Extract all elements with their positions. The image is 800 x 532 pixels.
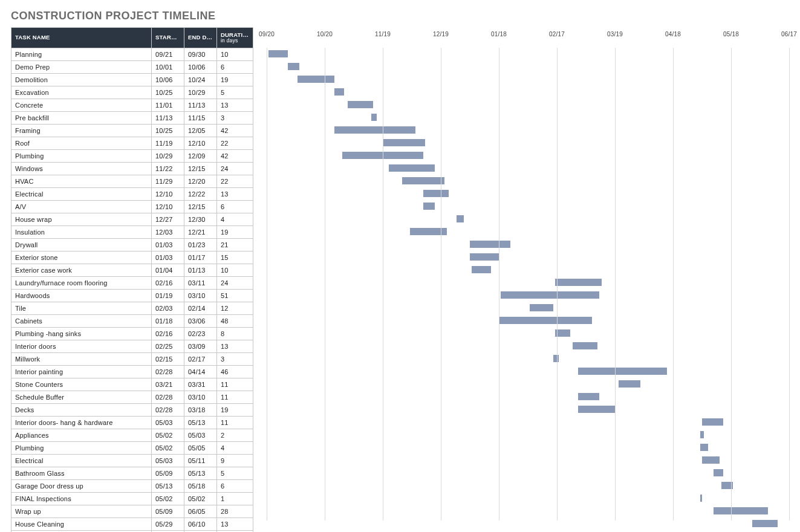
table-row: Appliances05/0205/032 <box>11 429 253 442</box>
cell-start: 01/03 <box>152 239 184 251</box>
gantt-bar <box>578 393 599 400</box>
cell-start: 05/03 <box>152 417 184 429</box>
table-row: Bathroom Glass05/0905/135 <box>11 467 253 480</box>
cell-duration: 6 <box>217 480 253 493</box>
gantt-bar <box>470 241 510 248</box>
cell-task-name: Insulation <box>11 226 152 239</box>
gantt-bar <box>573 342 598 349</box>
cell-task-name: Roof <box>11 137 152 150</box>
table-row: Laundry/furnace room flooring02/1603/112… <box>11 277 253 290</box>
cell-start: 05/02 <box>152 493 184 505</box>
cell-end: 12/09 <box>184 150 217 163</box>
cell-start: 12/27 <box>152 213 184 226</box>
cell-start: 02/28 <box>152 391 184 404</box>
cell-start: 10/01 <box>152 61 184 74</box>
cell-end: 12/30 <box>184 213 217 226</box>
cell-task-name: Plumbing -hang sinks <box>11 328 152 340</box>
cell-task-name: Drywall <box>11 239 152 251</box>
table-row: Plumbing10/2912/0942 <box>11 150 253 163</box>
gantt-bar <box>700 444 708 451</box>
cell-start: 05/02 <box>152 442 184 455</box>
table-row: Roof11/1912/1022 <box>11 137 253 150</box>
table-row: Exterior stone01/0301/1715 <box>11 251 253 264</box>
cell-end: 02/14 <box>184 302 217 315</box>
cell-start: 11/22 <box>152 163 184 175</box>
cell-start: 01/03 <box>152 251 184 264</box>
cell-end: 01/13 <box>184 264 217 277</box>
axis-tick: 12/19 <box>433 31 449 37</box>
cell-duration: 1 <box>217 493 253 505</box>
cell-start: 03/21 <box>152 378 184 391</box>
cell-duration: 24 <box>217 163 253 175</box>
cell-duration: 19 <box>217 404 253 417</box>
table-row: Interior painting02/2804/1446 <box>11 366 253 378</box>
axis-tick: 03/19 <box>607 31 623 37</box>
cell-start: 02/16 <box>152 277 184 290</box>
axis-tick: 06/17 <box>781 31 797 37</box>
axis-tick: 09/20 <box>259 31 275 37</box>
cell-task-name: Pre backfill <box>11 112 152 125</box>
cell-start: 12/10 <box>152 201 184 213</box>
cell-start: 12/03 <box>152 226 184 239</box>
cell-end: 03/09 <box>184 340 217 353</box>
cell-task-name: Wrap up <box>11 505 152 518</box>
gridline <box>789 48 790 521</box>
cell-duration: 2 <box>217 429 253 442</box>
cell-start: 09/21 <box>152 48 184 61</box>
cell-task-name: Appliances <box>11 429 152 442</box>
cell-end: 12/21 <box>184 226 217 239</box>
table-row: FINAL Inspections05/0205/021 <box>11 493 253 505</box>
cell-duration: 11 <box>217 417 253 429</box>
table-row: Insulation12/0312/2119 <box>11 226 253 239</box>
cell-duration: 11 <box>217 391 253 404</box>
cell-start: 01/18 <box>152 315 184 328</box>
cell-end: 05/11 <box>184 455 217 467</box>
table-row: Interior doors02/2503/0913 <box>11 340 253 353</box>
cell-task-name: Electrical <box>11 188 152 201</box>
gantt-bar <box>700 495 702 502</box>
table-row: Pre backfill11/1311/153 <box>11 112 253 125</box>
cell-end: 03/18 <box>184 404 217 417</box>
gantt-bar <box>472 266 491 273</box>
page-title: CONSTRUCTION PROJECT TIMELINE <box>11 10 789 22</box>
cell-duration: 11 <box>217 378 253 391</box>
gridline <box>383 48 383 521</box>
cell-end: 12/20 <box>184 175 217 188</box>
table-row: Demolition10/0610/2419 <box>11 74 253 86</box>
cell-end: 05/13 <box>184 467 217 480</box>
cell-end: 05/05 <box>184 442 217 455</box>
gantt-bar <box>298 76 334 83</box>
cell-task-name: Plumbing <box>11 442 152 455</box>
gantt-bar <box>578 406 615 413</box>
cell-end: 03/10 <box>184 391 217 404</box>
cell-start: 05/03 <box>152 455 184 467</box>
cell-end: 10/06 <box>184 61 217 74</box>
cell-end: 05/03 <box>184 429 217 442</box>
cell-duration: 4 <box>217 213 253 226</box>
cell-end: 03/31 <box>184 378 217 391</box>
cell-duration: 42 <box>217 125 253 137</box>
gantt-bar <box>423 190 449 197</box>
cell-task-name: Interior doors- hang & hardware <box>11 417 152 429</box>
col-end: END DATE <box>184 28 217 48</box>
gantt-bar <box>402 177 444 184</box>
cell-end: 04/14 <box>184 366 217 378</box>
cell-task-name: Exterior stone <box>11 251 152 264</box>
axis-tick: 10/20 <box>317 31 333 37</box>
cell-duration: 13 <box>217 188 253 201</box>
cell-task-name: HVAC <box>11 175 152 188</box>
cell-task-name: Cabinets <box>11 315 152 328</box>
table-row: Electrical12/1012/2213 <box>11 188 253 201</box>
cell-task-name: Plumbing <box>11 150 152 163</box>
cell-end: 11/13 <box>184 99 217 112</box>
gantt-bar <box>499 317 592 324</box>
cell-task-name: FINAL Inspections <box>11 493 152 505</box>
axis-tick: 01/18 <box>491 31 507 37</box>
cell-duration: 15 <box>217 251 253 264</box>
cell-task-name: House wrap <box>11 213 152 226</box>
cell-start: 11/29 <box>152 175 184 188</box>
cell-start: 02/03 <box>152 302 184 315</box>
cell-end: 05/02 <box>184 493 217 505</box>
cell-end: 12/05 <box>184 125 217 137</box>
gantt-chart: 09/2010/2011/1912/1901/1802/1703/1904/18… <box>267 27 789 521</box>
